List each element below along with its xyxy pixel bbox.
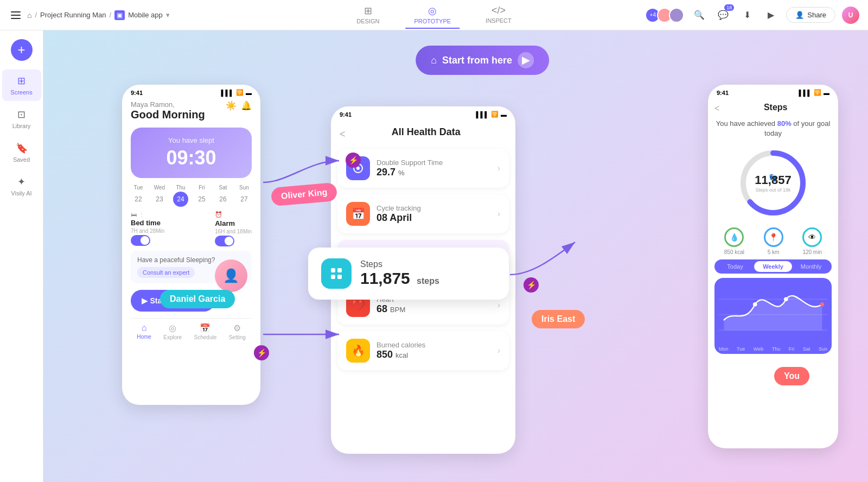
tab-prototype[interactable]: ◎ PROTOTYPE xyxy=(405,2,459,29)
download-button[interactable]: ⬇ xyxy=(738,7,756,24)
add-screen-button[interactable]: + xyxy=(11,39,33,61)
screens-icon: ⊞ xyxy=(17,75,25,87)
prompt-text: Have a peaceful Sleeping? xyxy=(137,256,215,264)
good-morning-text: Good Morning xyxy=(131,109,205,121)
gauge-value: 11,857 xyxy=(755,173,791,187)
calories-name: Burned calories xyxy=(376,341,491,349)
sidebar-item-screens[interactable]: ⊞ Screens xyxy=(2,69,41,101)
project-name[interactable]: Project Running Man xyxy=(40,11,106,19)
phone3-statusbar: 9:41 ▌▌▌ 🛜 ▬ xyxy=(708,85,838,100)
phone1-nav: ⌂ Home ◎ Explore 📅 Schedule ⚙ Setting xyxy=(131,318,252,345)
tab-weekly[interactable]: Weekly xyxy=(754,261,792,272)
day-thu[interactable]: Thu 24 xyxy=(173,185,188,207)
saved-label: Saved xyxy=(13,156,30,163)
wifi-icon: 🛜 xyxy=(236,89,244,96)
bed-time-item: 🛏 ⋮ Bed time 7H and 28Min xyxy=(131,211,164,246)
share-icon: 👤 xyxy=(795,11,804,19)
tab-inspect[interactable]: </> INSPECT xyxy=(477,2,520,29)
battery-icon2: ▬ xyxy=(501,111,507,118)
phone1-greeting-block: Maya Ramon, Good Morning xyxy=(131,100,205,121)
health-item-cycle-tracking[interactable]: 📅 Cycle tracking 08 April › xyxy=(337,194,509,233)
notifications-button[interactable]: 💬 18 xyxy=(714,7,732,24)
steps-icon xyxy=(321,258,352,289)
day-tue: Tue 22 xyxy=(131,185,146,207)
alarm-toggle[interactable] xyxy=(215,236,234,246)
double-support-name: Double Support Time xyxy=(376,158,491,167)
sun-icon: ☀️ xyxy=(226,100,237,111)
tab-design-label: DESIGN xyxy=(356,18,379,24)
user-avatar[interactable]: U xyxy=(842,7,859,24)
share-button[interactable]: 👤 Share xyxy=(786,7,835,23)
steps-card[interactable]: Steps 11,875 steps xyxy=(308,248,509,300)
chart-tabs: Today Weekly Monthly xyxy=(714,259,832,274)
avatar-2 xyxy=(669,8,684,23)
bed-icon: 🛏 xyxy=(131,211,137,218)
library-label: Library xyxy=(12,123,31,129)
bed-time-toggle[interactable] xyxy=(131,235,150,246)
heart-value: 68 BPM xyxy=(376,303,491,315)
stat-calories: 💧 850 kcal xyxy=(724,227,744,255)
breadcrumb: ⌂ / Project Running Man / ▣ Mobile app ▾ xyxy=(27,10,170,20)
consult-button[interactable]: Consult an expert xyxy=(137,267,195,278)
tab-today[interactable]: Today xyxy=(716,261,754,272)
chevron-down-icon[interactable]: ▾ xyxy=(166,11,170,19)
sidebar-item-visily-ai[interactable]: ✦ Visily AI xyxy=(2,170,41,202)
nav-setting[interactable]: ⚙ Setting xyxy=(229,323,246,340)
sidebar-item-saved[interactable]: 🔖 Saved xyxy=(2,137,41,168)
calories-circle: 💧 xyxy=(724,227,744,247)
bed-time-duration: 7H and 28Min xyxy=(131,228,164,234)
main: + ⊞ Screens ⊡ Library 🔖 Saved ✦ Visily A… xyxy=(0,30,868,482)
lightning-2: ⚡ xyxy=(524,277,539,293)
day-wed: Wed 23 xyxy=(152,185,167,207)
nav-explore[interactable]: ◎ Explore xyxy=(163,323,182,340)
day-sun: Sun 27 xyxy=(237,185,252,207)
start-from-here-button[interactable]: ⌂ Start from here ▶ xyxy=(416,46,549,75)
nav-schedule[interactable]: 📅 Schedule xyxy=(194,323,217,340)
health-item-double-support[interactable]: Double Support Time 29.7 % › xyxy=(337,149,509,188)
play-button[interactable]: ▶ xyxy=(762,7,780,24)
steps-value: 11,875 steps xyxy=(360,269,439,288)
sleep-label: You have slept xyxy=(139,136,243,144)
steps-goal: You have achieved 80% of your goal today xyxy=(714,119,832,138)
oliver-king-label: Oliver King xyxy=(271,182,338,206)
menu-icon[interactable] xyxy=(9,9,23,21)
svg-rect-6 xyxy=(331,275,335,279)
library-icon: ⊡ xyxy=(17,109,25,120)
sidebar-item-library[interactable]: ⊡ Library xyxy=(2,103,41,135)
day-sat: Sat 26 xyxy=(215,185,231,207)
nav-schedule-label: Schedule xyxy=(194,334,217,340)
home-icon-btn: ⌂ xyxy=(431,55,437,66)
health-item-calories[interactable]: 🔥 Burned calories 850 kcal › xyxy=(337,331,509,370)
phone2-statusbar: 9:41 ▌▌▌ 🛜 ▬ xyxy=(331,106,515,122)
phone2-back-icon[interactable]: < xyxy=(340,129,346,140)
distance-circle: 📍 xyxy=(764,227,783,247)
home-icon[interactable]: ⌂ xyxy=(27,11,31,20)
calories-info: Burned calories 850 kcal xyxy=(376,341,491,360)
visily-ai-icon: ✦ xyxy=(17,176,25,188)
tab-monthly[interactable]: Monthly xyxy=(792,261,830,272)
gauge-sub: Steps out of 18k xyxy=(755,187,791,193)
stat-time: 👁 120 min xyxy=(802,227,822,255)
share-label: Share xyxy=(807,11,826,19)
double-support-value: 29.7 % xyxy=(376,167,491,178)
file-icon: ▣ xyxy=(114,10,125,20)
character-image: 👤 xyxy=(215,259,247,292)
phone3-back-icon[interactable]: < xyxy=(714,104,719,113)
wifi-icon3: 🛜 xyxy=(814,89,821,96)
canvas: ⌂ Start from here ▶ xyxy=(43,30,868,482)
nav-home[interactable]: ⌂ Home xyxy=(137,323,151,340)
chevron-right-icon2: › xyxy=(497,209,500,219)
screens-label: Screens xyxy=(10,89,32,96)
search-button[interactable]: 🔍 xyxy=(691,7,708,24)
battery-icon: ▬ xyxy=(246,90,252,96)
tab-design[interactable]: ⊞ DESIGN xyxy=(348,2,388,29)
cycle-tracking-value: 08 April xyxy=(376,212,491,224)
page-name[interactable]: Mobile app xyxy=(128,11,163,19)
chart-area: Mon Tue Web Thu Fri Sat Sun xyxy=(714,278,832,354)
iris-east-label: Iris East xyxy=(532,310,585,328)
notif-badge: 18 xyxy=(724,4,734,11)
sidebar: + ⊞ Screens ⊡ Library 🔖 Saved ✦ Visily A… xyxy=(0,30,43,482)
svg-point-15 xyxy=(784,297,788,302)
sleep-time: 09:30 xyxy=(139,147,243,169)
alarm-icon: ⏰ xyxy=(215,211,222,218)
